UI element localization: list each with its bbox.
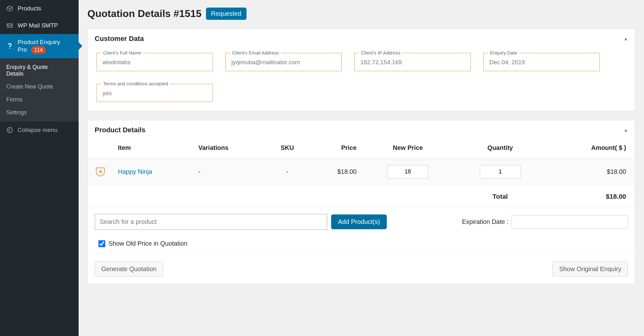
item-link[interactable]: Happy Ninja xyxy=(118,168,152,175)
field-label: Client's IP Address xyxy=(359,50,402,55)
total-label: Total xyxy=(454,186,547,208)
submenu-item-forms[interactable]: Forms xyxy=(0,93,79,106)
col-quantity: Quantity xyxy=(454,138,547,158)
close-icon: ✕ xyxy=(98,169,103,174)
col-variations: Variations xyxy=(193,138,266,158)
field-value: 182.72.154.169 xyxy=(360,59,402,65)
panel-toggle-icon[interactable]: ▲ xyxy=(624,128,628,133)
add-products-button[interactable]: Add Product(s) xyxy=(331,214,387,229)
cell-sku: - xyxy=(266,158,308,186)
status-badge: Requested xyxy=(206,8,247,20)
sidebar: Products WP Mail SMTP Product Enquiry Pr… xyxy=(0,0,79,336)
submenu-item-enquiry-details[interactable]: Enquiry & Quote Details xyxy=(0,61,79,80)
cell-variations: - xyxy=(193,158,266,186)
quantity-input[interactable] xyxy=(480,165,521,179)
col-sku: SKU xyxy=(266,138,308,158)
product-details-panel: Product Details ▲ Item Variations SKU Pr… xyxy=(87,120,635,284)
collapse-label: Collapse menu xyxy=(18,127,58,134)
client-ip-field: Client's IP Address 182.72.154.169 xyxy=(354,53,471,71)
field-value: wisdmlabs xyxy=(103,59,130,65)
question-hook-icon xyxy=(6,42,14,50)
product-details-title: Product Details xyxy=(95,126,145,134)
field-label: Enquiry Date xyxy=(488,50,519,55)
show-old-price-label: Show Old Price in Quotation xyxy=(108,240,187,247)
collapse-icon xyxy=(6,126,14,134)
col-item: Item xyxy=(113,138,193,158)
submenu-item-label: Details xyxy=(6,71,24,77)
total-value: $18.00 xyxy=(547,186,635,208)
generate-quotation-button[interactable]: Generate Quotation xyxy=(95,261,163,277)
field-label: Terms and conditions accepted xyxy=(101,81,170,86)
show-old-price-checkbox[interactable] xyxy=(98,240,105,247)
col-price: Price xyxy=(308,138,362,158)
panel-toggle-icon[interactable]: ▲ xyxy=(624,36,628,41)
table-row: ✕ Happy Ninja - - $18.00 $18.00 xyxy=(88,158,635,186)
submenu-item-label: Settings xyxy=(6,109,27,116)
sidebar-submenu: Enquiry & Quote Details Create New Quote… xyxy=(0,58,79,122)
submenu-item-create-quote[interactable]: Create New Quote xyxy=(0,80,79,93)
sidebar-item-wpmailsmtp[interactable]: WP Mail SMTP xyxy=(0,17,79,34)
client-email-field: Client's Email Address jyqimuba@mailinat… xyxy=(225,53,342,71)
sidebar-item-products[interactable]: Products xyxy=(0,0,79,17)
count-badge: 114 xyxy=(31,46,46,54)
cell-price: $18.00 xyxy=(308,158,362,186)
products-icon xyxy=(6,4,14,13)
submenu-item-label: Create New Quote xyxy=(6,83,53,90)
total-row: Total $18.00 xyxy=(88,186,635,208)
cell-amount: $18.00 xyxy=(547,158,635,186)
remove-row-button[interactable]: ✕ xyxy=(96,168,105,176)
expiration-date-input[interactable] xyxy=(512,215,628,229)
field-value: yes xyxy=(103,90,112,96)
sidebar-item-label: Products xyxy=(18,5,41,12)
sidebar-item-label: Product Enquiry Pro 114 xyxy=(18,38,60,54)
collapse-menu[interactable]: Collapse menu xyxy=(0,122,79,139)
terms-accepted-field: Terms and conditions accepted yes xyxy=(97,84,213,102)
submenu-item-label: Forms xyxy=(6,96,22,103)
field-value: Dec 04, 2019 xyxy=(489,59,525,65)
field-label: Client's Full Name xyxy=(101,50,143,55)
client-name-field: Client's Full Name wisdmlabs xyxy=(97,53,213,71)
product-table: Item Variations SKU Price New Price Quan… xyxy=(88,138,635,208)
product-search-input[interactable] xyxy=(95,214,327,230)
col-newprice: New Price xyxy=(362,138,454,158)
new-price-input[interactable] xyxy=(387,165,428,179)
svg-point-0 xyxy=(7,128,13,133)
main-content: Quotation Details #1515 Requested Custom… xyxy=(79,0,644,336)
page-title-row: Quotation Details #1515 Requested xyxy=(87,8,635,20)
expiration-date-label: Expiration Date : xyxy=(462,218,508,225)
sidebar-item-label: WP Mail SMTP xyxy=(18,22,58,29)
show-original-enquiry-button[interactable]: Show Original Enquiry xyxy=(552,261,628,277)
mail-icon xyxy=(6,21,14,30)
submenu-item-label: Enquiry & Quote xyxy=(6,64,48,70)
submenu-item-settings[interactable]: Settings xyxy=(0,106,79,119)
page-title: Quotation Details #1515 xyxy=(87,8,202,20)
enquiry-date-field: Enquiry Date Dec 04, 2019 xyxy=(483,53,600,71)
field-label: Client's Email Address xyxy=(230,50,281,55)
customer-data-panel: Customer Data ▲ Client's Full Name wisdm… xyxy=(87,29,635,111)
customer-data-title: Customer Data xyxy=(95,35,144,43)
sidebar-item-product-enquiry-pro[interactable]: Product Enquiry Pro 114 xyxy=(0,34,79,58)
field-value: jyqimuba@mailinator.com xyxy=(231,59,300,65)
col-amount: Amount( $ ) xyxy=(547,138,635,158)
